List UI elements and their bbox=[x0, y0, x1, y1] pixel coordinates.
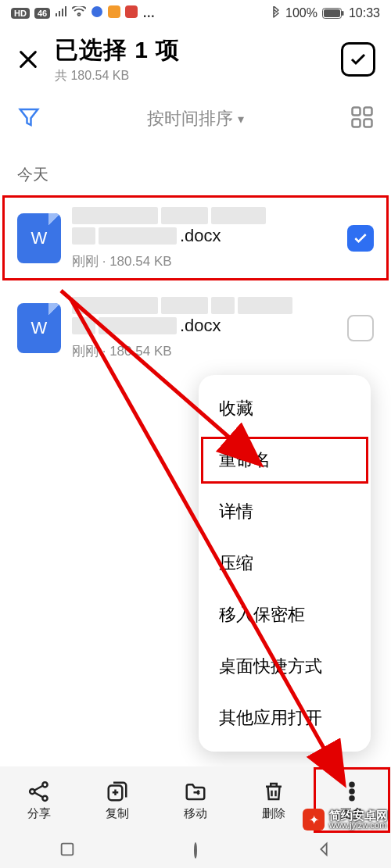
svg-rect-6 bbox=[353, 108, 361, 116]
watermark-cn: 简约安卓网 bbox=[329, 809, 388, 821]
select-all-button[interactable] bbox=[341, 42, 375, 77]
svg-rect-8 bbox=[353, 120, 361, 127]
svg-rect-7 bbox=[364, 108, 372, 116]
svg-rect-4 bbox=[324, 9, 340, 17]
context-menu: 收藏 重命名 详情 压缩 移入保密柜 桌面快捷方式 其他应用打开 bbox=[199, 375, 371, 752]
app-icon-2 bbox=[108, 5, 120, 21]
copy-label: 复制 bbox=[106, 806, 129, 821]
menu-open-with[interactable]: 其他应用打开 bbox=[199, 692, 371, 744]
file-name-line2: .docx bbox=[72, 226, 336, 246]
menu-move-safe[interactable]: 移入保密柜 bbox=[199, 589, 371, 641]
menu-rename[interactable]: 重命名 bbox=[199, 434, 371, 486]
move-button[interactable]: 移动 bbox=[156, 766, 235, 834]
nav-back-icon[interactable] bbox=[315, 841, 332, 861]
file-texts: .docx 刚刚 · 180.54 KB bbox=[61, 205, 347, 270]
file-type-icon: W bbox=[17, 303, 61, 353]
move-label: 移动 bbox=[184, 806, 207, 821]
file-type-icon: W bbox=[17, 213, 61, 263]
header-titles: 已选择 1 项 共 180.54 KB bbox=[48, 34, 341, 84]
battery-icon bbox=[322, 8, 344, 19]
delete-label: 删除 bbox=[262, 806, 285, 821]
battery-percent: 100% bbox=[285, 6, 317, 20]
file-name bbox=[72, 295, 336, 316]
more-notifications-icon bbox=[142, 6, 155, 20]
file-name bbox=[72, 205, 336, 226]
header-title: 已选择 1 项 bbox=[55, 34, 341, 66]
copy-button[interactable]: 复制 bbox=[78, 766, 156, 834]
watermark: ✦ 简约安卓网 www.jylzw.com bbox=[303, 809, 388, 830]
system-nav-bar bbox=[0, 834, 391, 868]
app-icon-3 bbox=[125, 5, 138, 21]
file-ext: .docx bbox=[180, 226, 221, 246]
header-subtitle: 共 180.54 KB bbox=[55, 68, 341, 84]
bluetooth-icon bbox=[271, 6, 281, 20]
file-meta: 刚刚 · 180.54 KB bbox=[72, 252, 336, 270]
svg-rect-17 bbox=[62, 844, 74, 855]
file-checkbox[interactable] bbox=[347, 315, 374, 341]
close-button[interactable] bbox=[17, 48, 48, 70]
file-texts: .docx 刚刚 · 180.54 KB bbox=[61, 295, 347, 360]
wifi-icon bbox=[72, 6, 86, 20]
watermark-url: www.jylzw.com bbox=[329, 821, 388, 830]
file-name-line2: .docx bbox=[72, 316, 336, 336]
clock: 10:33 bbox=[349, 6, 380, 20]
svg-point-14 bbox=[350, 782, 354, 786]
file-row[interactable]: W .docx 刚刚 · 180.54 KB bbox=[0, 193, 391, 283]
delete-button[interactable]: 删除 bbox=[235, 766, 313, 834]
selection-header: 已选择 1 项 共 180.54 KB bbox=[0, 27, 391, 91]
signal-icon bbox=[55, 6, 67, 20]
status-left: HD 46 bbox=[11, 5, 155, 21]
share-button[interactable]: 分享 bbox=[0, 766, 78, 834]
menu-compress[interactable]: 压缩 bbox=[199, 538, 371, 589]
menu-favorite[interactable]: 收藏 bbox=[199, 383, 371, 434]
hd-badge: HD bbox=[11, 8, 30, 19]
svg-rect-9 bbox=[364, 120, 372, 127]
file-row[interactable]: W .docx 刚刚 · 180.54 KB bbox=[0, 283, 391, 373]
status-bar: HD 46 100% 10:33 bbox=[0, 0, 391, 27]
view-toggle-button[interactable] bbox=[350, 105, 374, 132]
svg-point-16 bbox=[350, 796, 354, 800]
file-ext: .docx bbox=[180, 316, 221, 336]
nav-home-icon[interactable] bbox=[194, 844, 197, 858]
file-checkbox[interactable] bbox=[347, 225, 374, 252]
menu-details[interactable]: 详情 bbox=[199, 486, 371, 538]
svg-rect-2 bbox=[125, 5, 138, 18]
watermark-badge-icon: ✦ bbox=[303, 809, 325, 830]
app-icon-1 bbox=[91, 5, 103, 21]
net-badge: 46 bbox=[34, 8, 50, 19]
svg-point-0 bbox=[91, 6, 102, 17]
section-today: 今天 bbox=[0, 141, 391, 193]
chevron-down-icon: ▾ bbox=[238, 112, 244, 127]
menu-shortcut[interactable]: 桌面快捷方式 bbox=[199, 641, 371, 692]
file-meta: 刚刚 · 180.54 KB bbox=[72, 342, 336, 360]
svg-rect-1 bbox=[108, 5, 120, 18]
svg-rect-5 bbox=[342, 11, 344, 16]
sort-row: 按时间排序 ▾ bbox=[0, 97, 391, 141]
svg-point-15 bbox=[350, 789, 354, 793]
sort-button[interactable]: 按时间排序 ▾ bbox=[147, 107, 244, 130]
sort-label: 按时间排序 bbox=[147, 107, 233, 130]
nav-recent-icon[interactable] bbox=[59, 841, 76, 861]
share-label: 分享 bbox=[27, 806, 51, 821]
filter-button[interactable] bbox=[17, 105, 41, 132]
status-right: 100% 10:33 bbox=[271, 6, 380, 20]
